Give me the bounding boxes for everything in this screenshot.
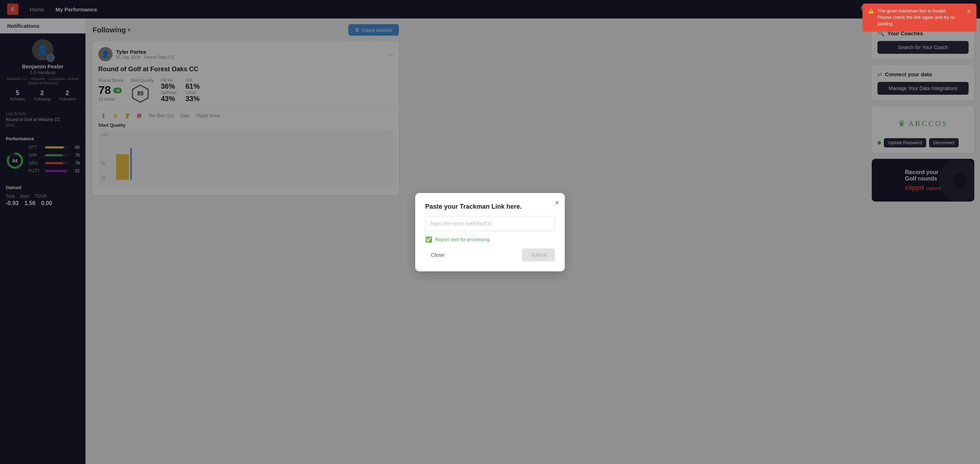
modal-close-icon[interactable]: × [555,199,559,207]
toast-close-button[interactable]: × [964,8,971,15]
check-icon: ✅ [425,236,432,243]
error-toast: ⚠️ The given trackman link is invalid. P… [862,3,977,32]
modal-close-button[interactable]: Close [425,249,450,261]
toast-message: The given trackman link is invalid. Plea… [877,8,961,27]
modal-overlay[interactable]: Paste your Trackman Link here. × ✅ Repor… [0,0,980,464]
trackman-modal: Paste your Trackman Link here. × ✅ Repor… [415,193,565,271]
modal-success-message: ✅ Report sent for processing [425,236,555,243]
modal-title: Paste your Trackman Link here. [425,203,555,210]
modal-footer: Close Submit [425,249,555,261]
modal-submit-button[interactable]: Submit [522,249,555,261]
warning-icon: ⚠️ [868,8,874,14]
trackman-link-input[interactable] [425,216,555,231]
